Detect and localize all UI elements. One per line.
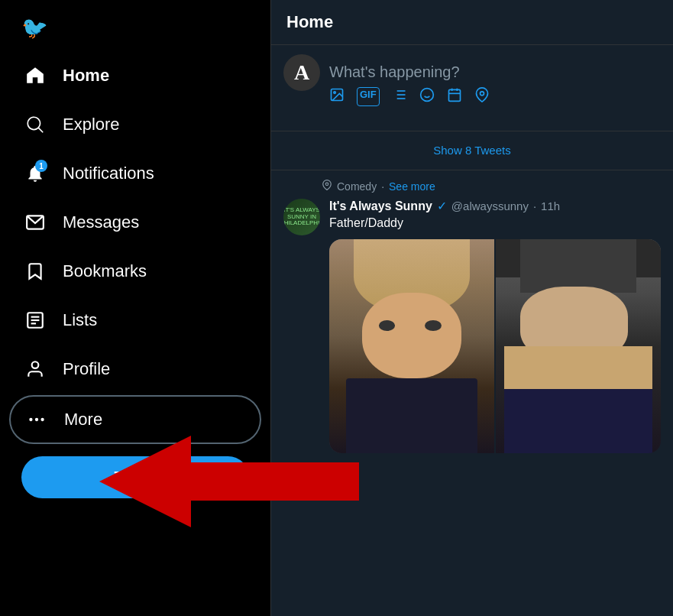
tweet-topic-name: Comedy [337,180,377,193]
profile-icon [21,355,49,383]
svg-point-5 [32,361,39,368]
main-header: Home [271,0,673,45]
schedule-icon[interactable] [447,87,462,106]
page-title: Home [286,12,658,32]
compose-actions: GIF [329,81,661,112]
user-avatar: A [283,54,320,91]
tweet-topic-bar: Comedy · See more [283,180,661,193]
location-icon[interactable] [474,87,490,106]
sidebar-item-more[interactable]: More [9,395,261,444]
tweet-timestamp: 11h [541,199,560,212]
sidebar-item-messages[interactable]: Messages [9,199,261,245]
tweet-button[interactable]: Tweet [21,456,249,498]
tweet-author-handle: @alwayssunny [451,199,529,212]
svg-point-18 [420,89,433,102]
tweet-images [329,239,661,453]
svg-point-8 [40,418,44,421]
verified-badge-icon: ✓ [437,199,447,213]
svg-point-7 [35,418,38,421]
svg-rect-21 [448,89,460,101]
show-tweets-label[interactable]: Show 8 Tweets [433,144,510,157]
sidebar-item-profile[interactable]: Profile [9,346,261,392]
explore-icon [21,111,49,138]
topic-dot: · [381,180,384,193]
compose-input-area[interactable]: What's happening? GIF [329,54,661,122]
notification-count-badge: 1 [35,160,47,172]
tweet-author-name: It's Always Sunny [329,199,432,213]
sidebar-lists-label: Lists [63,310,97,330]
poll-icon[interactable] [392,87,407,106]
svg-point-26 [325,183,328,186]
tweet-container: Comedy · See more IT'S ALWAYS SUNNY IN P… [271,170,673,462]
svg-point-6 [29,418,32,421]
show-tweets-bar[interactable]: Show 8 Tweets [271,131,673,170]
sidebar-home-label: Home [63,66,109,86]
twitter-logo[interactable]: 🐦 [9,6,261,50]
sidebar-messages-label: Messages [63,212,139,232]
gif-icon[interactable]: GIF [357,87,380,106]
emoji-icon[interactable] [419,87,435,106]
sidebar-explore-label: Explore [63,115,120,135]
sidebar-item-explore[interactable]: Explore [9,102,261,148]
tweet-avatar-text: IT'S ALWAYS SUNNY IN PHILADELPHIA [283,207,320,227]
notifications-icon: 1 [21,160,49,187]
see-more-link[interactable]: See more [389,180,435,193]
more-icon [23,406,50,433]
tweet-author-avatar: IT'S ALWAYS SUNNY IN PHILADELPHIA [283,199,320,235]
sidebar: 🐦 Home Explore 1 Notifications [0,0,271,616]
bookmarks-icon [21,258,49,285]
svg-point-25 [480,92,484,96]
sidebar-item-notifications[interactable]: 1 Notifications [9,151,261,196]
sidebar-more-label: More [64,410,102,430]
tweet-image-right [496,239,661,453]
compose-area: A What's happening? GIF [271,45,673,131]
sidebar-profile-label: Profile [63,359,110,379]
media-upload-icon[interactable] [329,87,345,106]
messages-icon [21,209,49,236]
main-content: Home A What's happening? GIF [271,0,673,616]
home-icon [21,62,49,89]
tweet-image-left [329,239,494,453]
tweet-text-body: It's Always Sunny ✓ @alwayssunny · 11h F… [329,199,661,453]
twitter-bird-icon: 🐦 [21,16,48,40]
location-topic-icon [322,180,332,193]
sidebar-item-bookmarks[interactable]: Bookmarks [9,248,261,294]
compose-placeholder-text[interactable]: What's happening? [329,63,661,81]
tweet-time: · [533,199,536,212]
sidebar-bookmarks-label: Bookmarks [63,261,147,281]
sidebar-notifications-label: Notifications [63,164,154,183]
svg-point-11 [334,92,336,94]
lists-icon [21,306,49,334]
sidebar-item-home[interactable]: Home [9,53,261,99]
tweet-text-content: Father/Daddy [329,216,661,230]
tweet-author-info: It's Always Sunny ✓ @alwayssunny · 11h [329,199,661,213]
tweet-body-area: IT'S ALWAYS SUNNY IN PHILADELPHIA It's A… [283,199,661,453]
sidebar-item-lists[interactable]: Lists [9,297,261,343]
